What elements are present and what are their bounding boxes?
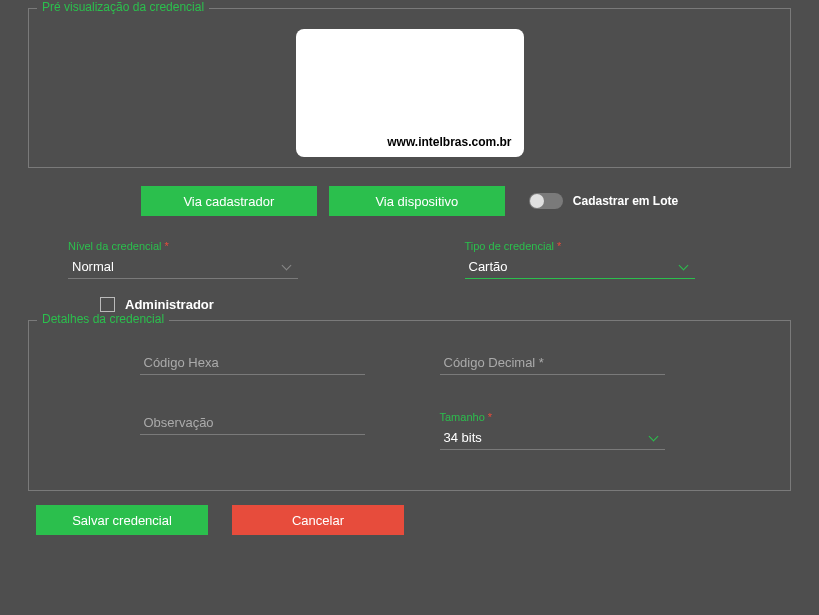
- detail-row-2: Tamanho* 34 bits: [43, 411, 776, 450]
- note-col: [140, 411, 380, 450]
- type-col: Tipo de credencial* Cartão: [425, 240, 792, 279]
- type-label: Tipo de credencial*: [465, 240, 752, 252]
- save-button[interactable]: Salvar credencial: [36, 505, 208, 535]
- detail-row-1: [43, 351, 776, 375]
- level-type-row: Nível da credencial* Normal Tipo de cred…: [28, 240, 791, 279]
- credential-details-fieldset: Detalhes da credencial Tamanho* 34 bits: [28, 320, 791, 491]
- credential-card-preview: www.intelbras.com.br: [296, 29, 524, 157]
- cancel-button[interactable]: Cancelar: [232, 505, 404, 535]
- via-cadastrador-button[interactable]: Via cadastrador: [141, 186, 317, 216]
- size-col: Tamanho* 34 bits: [440, 411, 680, 450]
- card-url: www.intelbras.com.br: [387, 135, 511, 149]
- level-col: Nível da credencial* Normal: [28, 240, 395, 279]
- chevron-down-icon: [282, 262, 292, 272]
- level-select[interactable]: Normal: [68, 255, 298, 279]
- batch-toggle-group: Cadastrar em Lote: [529, 193, 678, 209]
- size-select[interactable]: 34 bits: [440, 426, 665, 450]
- details-legend: Detalhes da credencial: [37, 312, 169, 326]
- hex-col: [140, 351, 380, 375]
- level-value: Normal: [68, 259, 114, 274]
- admin-checkbox[interactable]: [100, 297, 115, 312]
- batch-toggle[interactable]: [529, 193, 563, 209]
- credential-preview-fieldset: Pré visualização da credencial www.intel…: [28, 8, 791, 168]
- decimal-input[interactable]: [440, 351, 665, 375]
- acquire-buttons-row: Via cadastrador Via dispositivo Cadastra…: [28, 186, 791, 216]
- preview-legend: Pré visualização da credencial: [37, 0, 209, 14]
- level-label: Nível da credencial*: [68, 240, 355, 252]
- type-value: Cartão: [465, 259, 508, 274]
- batch-toggle-label: Cadastrar em Lote: [573, 194, 678, 208]
- via-dispositivo-button[interactable]: Via dispositivo: [329, 186, 505, 216]
- size-label: Tamanho*: [440, 411, 680, 423]
- admin-row: Administrador: [100, 297, 819, 312]
- type-select[interactable]: Cartão: [465, 255, 695, 279]
- toggle-knob-icon: [530, 194, 544, 208]
- admin-label: Administrador: [125, 297, 214, 312]
- chevron-down-icon: [649, 433, 659, 443]
- note-input[interactable]: [140, 411, 365, 435]
- size-value: 34 bits: [440, 430, 482, 445]
- hex-input[interactable]: [140, 351, 365, 375]
- footer-actions: Salvar credencial Cancelar: [36, 505, 819, 535]
- chevron-down-icon: [679, 262, 689, 272]
- decimal-col: [440, 351, 680, 375]
